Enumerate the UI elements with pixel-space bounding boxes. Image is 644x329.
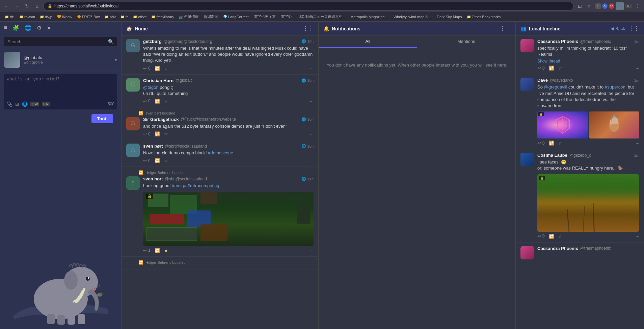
boost-button[interactable]: 🔁 xyxy=(549,141,554,146)
boost-button[interactable]: 🔁 xyxy=(155,158,160,163)
hashtag-supercon[interactable]: #supercon xyxy=(605,84,625,90)
bookmark-metropolis[interactable]: Metropolis Magazine ... xyxy=(348,14,391,20)
post-image[interactable]: 🔒 xyxy=(143,192,314,246)
home-button[interactable]: ⌂ xyxy=(33,2,41,10)
fav-button[interactable]: ☆ xyxy=(164,131,168,136)
edit-profile-link[interactable]: Edit profile xyxy=(24,60,111,65)
bookmark-fc[interactable]: 📁 fc xyxy=(118,14,131,20)
bookmark-sc[interactable]: SC 動画ニュース連続再生... xyxy=(297,14,348,20)
fav-button[interactable]: ☆ xyxy=(558,234,562,239)
attach-icon[interactable]: 📎 xyxy=(7,101,12,107)
compose-textarea[interactable] xyxy=(7,76,114,97)
fav-button[interactable]: ☆ xyxy=(164,99,168,104)
more-button[interactable]: ··· xyxy=(636,66,639,71)
lang-label[interactable]: EN xyxy=(42,102,50,106)
local-timeline-content[interactable]: Cassandra Phoenix @traumaphoenix 1m spec… xyxy=(516,35,644,329)
forward-button[interactable]: → xyxy=(13,2,21,10)
local-timeline-header: 👥 Local timeline ◀ Back ⋮⋮ xyxy=(516,22,644,35)
bookmark-rhjp[interactable]: 📁 rh-jp xyxy=(38,14,54,20)
bookmark-other[interactable]: 📁 other xyxy=(131,14,149,20)
refresh-button[interactable]: ↻ xyxy=(23,2,31,10)
boost-button[interactable]: 🔁 xyxy=(549,66,554,71)
show-thread-link[interactable]: Show thread xyxy=(537,59,639,64)
bookmark-typhoon[interactable]: 📺 台風情報 xyxy=(177,14,201,20)
reply-button[interactable]: ↩ 0 xyxy=(143,99,151,104)
hashtag-link[interactable]: #demoscene xyxy=(208,150,233,155)
logout-icon[interactable]: ➤ xyxy=(47,25,51,31)
column-settings-icon[interactable]: ⋮⋮ xyxy=(628,25,639,32)
table-icon[interactable]: ⊞ xyxy=(15,101,19,107)
bookmark-kanji2[interactable]: 漢字や... xyxy=(278,14,297,20)
boost-button[interactable]: 🔁 xyxy=(155,248,160,253)
boost-button[interactable]: 🔁 xyxy=(155,66,160,71)
language-icon[interactable]: 🌐 xyxy=(22,101,28,107)
post-image-tree[interactable]: 🔒 xyxy=(537,174,639,232)
column-settings-icon[interactable]: ⋮⋮ xyxy=(500,25,511,32)
bookmark-darksky[interactable]: Dark Sky Maps xyxy=(435,14,464,20)
bookmark-other-bm[interactable]: 📁 Other Bookmarks xyxy=(465,14,503,20)
bookmark-button[interactable]: ☆ xyxy=(585,2,593,10)
mention-gregdavill[interactable]: @gregdavill xyxy=(544,84,567,90)
bookmark-niigata[interactable]: 新潟新聞 xyxy=(202,14,220,20)
more-button[interactable]: ··· xyxy=(310,66,314,71)
bookmark-langcorrect[interactable]: 💎 LangCorrect xyxy=(221,14,251,20)
back-button[interactable]: ◀ Back xyxy=(611,26,625,31)
fav-button[interactable]: ☆ xyxy=(164,158,168,163)
post-main: Sir Garbagetruck @Truck@icosahedron.webs… xyxy=(143,117,314,136)
reply-button[interactable]: ↩ 0 xyxy=(143,131,151,136)
bookmark-iknow[interactable]: 🧡 iKnow xyxy=(55,14,74,20)
bookmark-priv[interactable]: 📁 priv xyxy=(103,14,118,20)
more-button[interactable]: ··· xyxy=(310,158,314,163)
reply-button[interactable]: ↩ 1 xyxy=(143,248,151,253)
globe-icon[interactable]: 🌐 xyxy=(25,25,31,31)
fav-button[interactable]: ☆ xyxy=(558,141,562,146)
settings-icon[interactable]: ⚙ xyxy=(37,25,42,31)
boost-button[interactable]: 🔁 xyxy=(155,131,160,136)
more-button[interactable]: ··· xyxy=(310,131,314,136)
boost-button[interactable]: 🔁 xyxy=(549,234,554,239)
tab-all[interactable]: All xyxy=(319,35,417,48)
svg-point-12 xyxy=(97,286,98,287)
more-button[interactable]: ··· xyxy=(310,248,314,253)
address-bar[interactable]: 🔒 https://chaos.social/web/public/local xyxy=(43,2,574,10)
reply-button[interactable]: ↩ 0 xyxy=(143,158,151,163)
more-button[interactable]: ··· xyxy=(636,234,639,239)
reply-button[interactable]: ↩ 0 xyxy=(537,141,545,146)
reply-button[interactable]: ↩ 0 xyxy=(537,234,545,239)
fav-button[interactable]: ★ xyxy=(164,248,168,253)
mention-link[interactable]: @tagon xyxy=(143,85,159,90)
fav-button[interactable]: ☆ xyxy=(164,66,168,71)
image-tile-right[interactable] xyxy=(589,111,639,138)
more-button[interactable]: ··· xyxy=(636,141,639,146)
cw-label[interactable]: CW xyxy=(30,102,39,106)
post-name: Sir Garbagetruck xyxy=(143,117,179,122)
boost-button[interactable]: 🔁 xyxy=(155,99,160,104)
toot-button[interactable]: Toot! xyxy=(91,114,113,123)
column-settings-icon[interactable]: ⋮⋮ xyxy=(303,25,314,32)
more-button[interactable]: ··· xyxy=(310,99,314,104)
menu-icon[interactable]: ≡ xyxy=(4,25,7,31)
reply-button[interactable]: ↩ 0 xyxy=(537,66,545,71)
avatar[interactable] xyxy=(4,52,20,68)
extensions-button[interactable]: ⊡ xyxy=(576,2,584,10)
post-time: 10h xyxy=(307,117,314,121)
chevron-down-icon[interactable]: ▾ xyxy=(115,57,117,62)
bookmark-fritzbox[interactable]: 🔶 FRITZ!Box xyxy=(75,14,102,20)
search-input[interactable] xyxy=(7,39,105,44)
more-button[interactable]: ⋮ xyxy=(633,2,641,10)
post-main: Cosima Laube @gazebo_c 1m I see faces! 😁… xyxy=(537,153,639,238)
image-tile-left[interactable]: 🔒 xyxy=(537,111,588,138)
hashtag-amiga[interactable]: #amiga xyxy=(172,183,186,188)
puzzle-icon[interactable]: 🧩 xyxy=(12,25,19,31)
tab-mentions[interactable]: Mentions xyxy=(417,35,516,48)
back-button[interactable]: ← xyxy=(3,2,11,10)
reply-button[interactable]: ↩ 0 xyxy=(143,66,151,71)
bookmark-windy[interactable]: Windyty, wind map & ... xyxy=(392,14,434,20)
bookmark-freelibrary[interactable]: 📁 free-library xyxy=(149,14,176,20)
bookmark-rhtam[interactable]: 📁 rh-tam xyxy=(17,14,37,20)
bookmark-rh[interactable]: 📁 rh* xyxy=(3,14,17,20)
bookmark-kanjipedia[interactable]: 漢字ペディア xyxy=(251,14,278,20)
home-column-content[interactable]: G getzburg @getzburg@fosstodon.org 🌐 10h xyxy=(122,35,318,329)
fav-button[interactable]: ☆ xyxy=(558,66,562,71)
hashtag-retrocomputing[interactable]: #retrocomputing xyxy=(188,183,219,188)
